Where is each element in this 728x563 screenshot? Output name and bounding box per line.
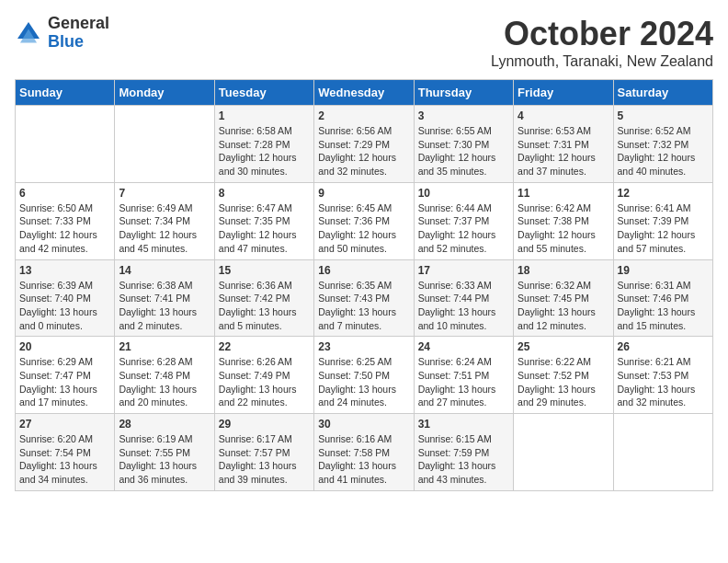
day-number: 22: [219, 340, 310, 353]
table-row: [613, 414, 712, 491]
table-row: 12Sunrise: 6:41 AMSunset: 7:39 PMDayligh…: [613, 182, 712, 259]
table-row: 10Sunrise: 6:44 AMSunset: 7:37 PMDayligh…: [414, 182, 513, 259]
table-row: 26Sunrise: 6:21 AMSunset: 7:53 PMDayligh…: [613, 337, 712, 414]
day-info: Sunrise: 6:39 AMSunset: 7:40 PMDaylight:…: [19, 279, 110, 333]
table-row: [115, 106, 214, 183]
day-number: 16: [318, 264, 409, 277]
title-area: October 2024 Lynmouth, Taranaki, New Zea…: [491, 15, 713, 70]
day-info: Sunrise: 6:19 AMSunset: 7:55 PMDaylight:…: [119, 432, 210, 487]
table-row: 8Sunrise: 6:47 AMSunset: 7:35 PMDaylight…: [214, 182, 313, 259]
table-row: 20Sunrise: 6:29 AMSunset: 7:47 PMDayligh…: [16, 337, 115, 414]
calendar-week-row: 13Sunrise: 6:39 AMSunset: 7:40 PMDayligh…: [16, 259, 713, 337]
location-title: Lynmouth, Taranaki, New Zealand: [491, 53, 713, 70]
day-info: Sunrise: 6:29 AMSunset: 7:47 PMDaylight:…: [19, 355, 110, 409]
table-row: 1Sunrise: 6:58 AMSunset: 7:28 PMDaylight…: [214, 106, 313, 183]
day-info: Sunrise: 6:15 AMSunset: 7:59 PMDaylight:…: [418, 432, 509, 487]
calendar-header-row: Sunday Monday Tuesday Wednesday Thursday…: [16, 80, 713, 106]
day-info: Sunrise: 6:38 AMSunset: 7:41 PMDaylight:…: [119, 279, 210, 333]
day-info: Sunrise: 6:32 AMSunset: 7:45 PMDaylight:…: [518, 279, 609, 333]
table-row: 30Sunrise: 6:16 AMSunset: 7:58 PMDayligh…: [314, 414, 414, 491]
logo-text: General Blue: [48, 15, 109, 52]
table-row: 11Sunrise: 6:42 AMSunset: 7:38 PMDayligh…: [514, 182, 613, 259]
page-header: General Blue October 2024 Lynmouth, Tara…: [15, 15, 713, 70]
calendar-week-row: 27Sunrise: 6:20 AMSunset: 7:54 PMDayligh…: [16, 414, 713, 491]
day-number: 17: [418, 264, 509, 277]
col-wednesday: Wednesday: [314, 80, 414, 106]
day-number: 3: [418, 109, 509, 122]
day-info: Sunrise: 6:21 AMSunset: 7:53 PMDaylight:…: [618, 355, 709, 409]
day-info: Sunrise: 6:58 AMSunset: 7:28 PMDaylight:…: [219, 124, 310, 178]
day-info: Sunrise: 6:16 AMSunset: 7:58 PMDaylight:…: [318, 432, 409, 487]
day-number: 1: [219, 109, 310, 122]
table-row: 15Sunrise: 6:36 AMSunset: 7:42 PMDayligh…: [214, 259, 313, 337]
day-number: 5: [618, 109, 709, 122]
table-row: 27Sunrise: 6:20 AMSunset: 7:54 PMDayligh…: [16, 414, 115, 491]
table-row: 13Sunrise: 6:39 AMSunset: 7:40 PMDayligh…: [16, 259, 115, 337]
table-row: [514, 414, 613, 491]
logo-general: General: [48, 15, 109, 33]
col-saturday: Saturday: [613, 80, 712, 106]
logo: General Blue: [15, 15, 109, 52]
day-info: Sunrise: 6:50 AMSunset: 7:33 PMDaylight:…: [19, 201, 110, 256]
calendar-week-row: 20Sunrise: 6:29 AMSunset: 7:47 PMDayligh…: [16, 337, 713, 414]
day-number: 7: [119, 187, 210, 200]
day-info: Sunrise: 6:52 AMSunset: 7:32 PMDaylight:…: [618, 124, 709, 178]
day-number: 9: [318, 187, 409, 200]
calendar-week-row: 1Sunrise: 6:58 AMSunset: 7:28 PMDaylight…: [16, 106, 713, 183]
day-info: Sunrise: 6:49 AMSunset: 7:34 PMDaylight:…: [119, 201, 210, 256]
day-info: Sunrise: 6:35 AMSunset: 7:43 PMDaylight:…: [318, 279, 409, 333]
table-row: 3Sunrise: 6:55 AMSunset: 7:30 PMDaylight…: [414, 106, 513, 183]
calendar-table: Sunday Monday Tuesday Wednesday Thursday…: [15, 79, 713, 491]
day-number: 29: [219, 418, 310, 431]
day-number: 21: [119, 340, 210, 353]
col-tuesday: Tuesday: [214, 80, 313, 106]
month-title: October 2024: [491, 15, 713, 53]
day-number: 8: [219, 187, 310, 200]
day-info: Sunrise: 6:47 AMSunset: 7:35 PMDaylight:…: [219, 201, 310, 256]
day-info: Sunrise: 6:42 AMSunset: 7:38 PMDaylight:…: [518, 201, 609, 256]
day-number: 10: [418, 187, 509, 200]
day-info: Sunrise: 6:56 AMSunset: 7:29 PMDaylight:…: [318, 124, 409, 178]
day-number: 12: [618, 187, 709, 200]
col-monday: Monday: [115, 80, 214, 106]
day-info: Sunrise: 6:41 AMSunset: 7:39 PMDaylight:…: [618, 201, 709, 256]
day-info: Sunrise: 6:45 AMSunset: 7:36 PMDaylight:…: [318, 201, 409, 256]
day-number: 6: [19, 187, 110, 200]
table-row: [16, 106, 115, 183]
day-info: Sunrise: 6:55 AMSunset: 7:30 PMDaylight:…: [418, 124, 509, 178]
day-number: 31: [418, 418, 509, 431]
table-row: 14Sunrise: 6:38 AMSunset: 7:41 PMDayligh…: [115, 259, 214, 337]
table-row: 28Sunrise: 6:19 AMSunset: 7:55 PMDayligh…: [115, 414, 214, 491]
table-row: 19Sunrise: 6:31 AMSunset: 7:46 PMDayligh…: [613, 259, 712, 337]
day-number: 18: [518, 264, 609, 277]
table-row: 7Sunrise: 6:49 AMSunset: 7:34 PMDaylight…: [115, 182, 214, 259]
day-info: Sunrise: 6:28 AMSunset: 7:48 PMDaylight:…: [119, 355, 210, 409]
table-row: 2Sunrise: 6:56 AMSunset: 7:29 PMDaylight…: [314, 106, 414, 183]
day-number: 23: [318, 340, 409, 353]
day-number: 25: [518, 340, 609, 353]
day-number: 24: [418, 340, 509, 353]
day-info: Sunrise: 6:36 AMSunset: 7:42 PMDaylight:…: [219, 279, 310, 333]
col-friday: Friday: [514, 80, 613, 106]
day-info: Sunrise: 6:20 AMSunset: 7:54 PMDaylight:…: [19, 432, 110, 487]
day-number: 14: [119, 264, 210, 277]
col-sunday: Sunday: [16, 80, 115, 106]
day-number: 2: [318, 109, 409, 122]
table-row: 16Sunrise: 6:35 AMSunset: 7:43 PMDayligh…: [314, 259, 414, 337]
day-info: Sunrise: 6:44 AMSunset: 7:37 PMDaylight:…: [418, 201, 509, 256]
table-row: 29Sunrise: 6:17 AMSunset: 7:57 PMDayligh…: [214, 414, 313, 491]
table-row: 22Sunrise: 6:26 AMSunset: 7:49 PMDayligh…: [214, 337, 313, 414]
table-row: 23Sunrise: 6:25 AMSunset: 7:50 PMDayligh…: [314, 337, 414, 414]
day-info: Sunrise: 6:25 AMSunset: 7:50 PMDaylight:…: [318, 355, 409, 409]
logo-icon: [15, 19, 42, 47]
day-number: 15: [219, 264, 310, 277]
table-row: 5Sunrise: 6:52 AMSunset: 7:32 PMDaylight…: [613, 106, 712, 183]
table-row: 24Sunrise: 6:24 AMSunset: 7:51 PMDayligh…: [414, 337, 513, 414]
day-info: Sunrise: 6:33 AMSunset: 7:44 PMDaylight:…: [418, 279, 509, 333]
day-number: 27: [19, 418, 110, 431]
day-info: Sunrise: 6:17 AMSunset: 7:57 PMDaylight:…: [219, 432, 310, 487]
logo-blue: Blue: [48, 33, 109, 52]
day-number: 13: [19, 264, 110, 277]
table-row: 17Sunrise: 6:33 AMSunset: 7:44 PMDayligh…: [414, 259, 513, 337]
day-number: 19: [618, 264, 709, 277]
